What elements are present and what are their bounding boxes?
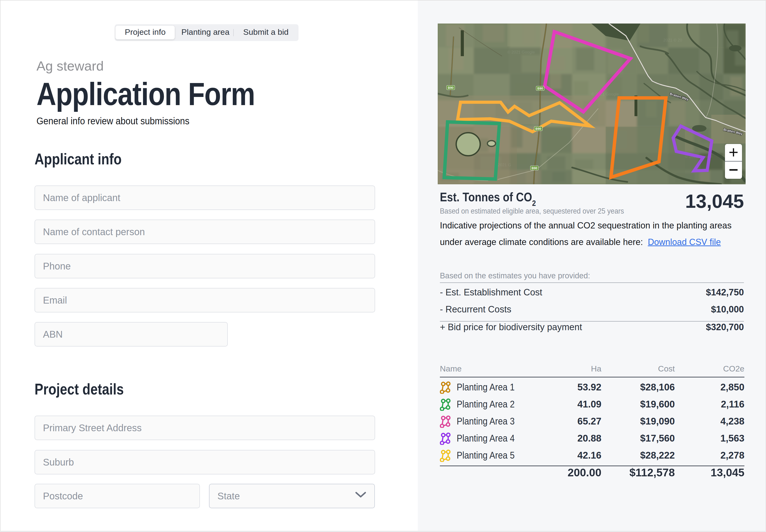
svg-text:2021 © 20: 2021 © 20 (663, 38, 682, 42)
svg-text:Bratten Way: Bratten Way (723, 127, 743, 136)
svg-text:B90: B90 (448, 86, 454, 90)
svg-text:B90: B90 (535, 127, 541, 131)
svg-text:2021 G: 2021 G (498, 163, 511, 167)
svg-text:© 2021 Google: © 2021 Google (507, 50, 535, 54)
svg-text:B90: B90 (532, 166, 537, 170)
svg-text:B90: B90 (537, 87, 543, 90)
svg-text:Bratten Way: Bratten Way (669, 92, 689, 101)
svg-text:© 2021 Google: © 2021 Google (685, 154, 712, 159)
svg-text:© 2021 Google: © 2021 Google (591, 92, 619, 96)
